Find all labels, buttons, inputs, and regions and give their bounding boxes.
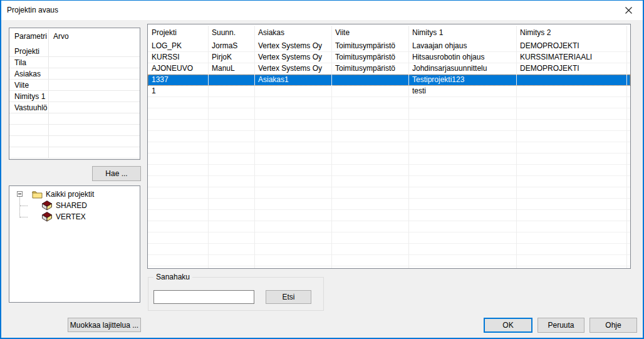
project-row-empty[interactable]: [148, 244, 630, 255]
column-header-parametri[interactable]: Parametri: [14, 28, 47, 44]
parameter-table-header: Parametri Arvo: [9, 28, 140, 46]
column-header-nimitys-2[interactable]: Nimitys 2: [516, 24, 626, 41]
project-row-empty[interactable]: [148, 165, 630, 176]
project-cell[interactable]: Asiakas1: [254, 75, 331, 86]
collapse-minus-icon[interactable]: [17, 191, 23, 197]
project-cell[interactable]: PirjoK: [208, 52, 254, 63]
project-row[interactable]: LOG_PKJormaSVertex Systems OyToimitusymp…: [148, 41, 630, 52]
close-button[interactable]: [615, 1, 643, 20]
parameter-row[interactable]: Viite: [9, 80, 140, 91]
project-cell[interactable]: [208, 75, 254, 86]
project-row-empty[interactable]: [148, 187, 630, 199]
project-open-dialog: Projektin avaus Parametri Arvo ProjektiT…: [0, 0, 644, 339]
project-cell[interactable]: Toimitusympäristö: [331, 52, 408, 63]
column-header-suunn-[interactable]: Suunn.: [208, 24, 254, 41]
project-cell[interactable]: 1337: [148, 75, 208, 86]
tree-connector: [20, 217, 28, 217]
column-header-viite[interactable]: Viite: [331, 24, 408, 41]
project-cell[interactable]: [254, 86, 331, 97]
parameter-row[interactable]: [9, 136, 140, 147]
tree-connector: [20, 206, 28, 206]
tree-item-label[interactable]: SHARED: [56, 200, 87, 211]
ohje-button[interactable]: Ohje: [589, 318, 637, 333]
muokkaa-lajittelua-button[interactable]: Muokkaa lajittelua ...: [68, 318, 141, 332]
project-row[interactable]: 1testi: [148, 86, 630, 97]
project-cell[interactable]: [516, 75, 626, 86]
parameter-row[interactable]: [9, 113, 140, 125]
parameter-row[interactable]: Tila: [9, 57, 140, 68]
tree-item-root[interactable]: Kaikki projektit: [9, 189, 140, 200]
titlebar: Projektin avaus: [1, 1, 643, 20]
parameter-row[interactable]: Vastuuhlö: [9, 102, 140, 113]
project-row-empty[interactable]: [148, 176, 630, 187]
parameter-row[interactable]: [9, 125, 140, 136]
project-cell[interactable]: testi: [408, 86, 516, 97]
tree-item[interactable]: SHARED: [42, 200, 140, 211]
parameter-row[interactable]: Projekti: [9, 46, 140, 57]
parameter-row[interactable]: Asiakas: [9, 68, 140, 80]
project-cell[interactable]: Lavaajan ohjaus: [408, 41, 516, 52]
project-cell[interactable]: KURSSI: [148, 52, 208, 63]
project-row-empty[interactable]: [148, 210, 630, 221]
project-row[interactable]: AJONEUVOManuLVertex Systems OyToimitusym…: [148, 63, 630, 75]
project-cube-icon: [42, 212, 52, 222]
project-list: ProjektiSuunn.AsiakasViiteNimitys 1Nimit…: [147, 24, 631, 269]
project-row-empty[interactable]: [148, 199, 630, 210]
project-cell[interactable]: KURSSIMATERIAALI: [516, 52, 626, 63]
project-cell[interactable]: [516, 86, 626, 97]
parameter-rows: ProjektiTilaAsiakasViiteNimitys 1Vastuuh…: [9, 46, 140, 159]
project-cell[interactable]: Johdinsarjasuunnittelu: [408, 63, 516, 75]
project-cell[interactable]: LOG_PK: [148, 41, 208, 52]
project-cell[interactable]: [331, 75, 408, 86]
parameter-table: Parametri Arvo ProjektiTilaAsiakasViiteN…: [9, 28, 140, 160]
tree-root-label[interactable]: Kaikki projektit: [46, 189, 94, 200]
sanahaku-group: Sanahaku Etsi: [148, 277, 324, 311]
column-header-projekti[interactable]: Projekti: [148, 24, 208, 41]
project-row-empty[interactable]: [148, 232, 630, 244]
ok-button[interactable]: OK: [484, 318, 532, 333]
parameter-row[interactable]: Nimitys 1: [9, 91, 140, 102]
project-row-empty[interactable]: [148, 255, 630, 266]
column-header-nimitys-1[interactable]: Nimitys 1: [408, 24, 516, 41]
project-row-empty[interactable]: [148, 154, 630, 165]
tree-item[interactable]: VERTEX: [42, 211, 140, 222]
tree-item-label[interactable]: VERTEX: [56, 211, 86, 222]
sanahaku-legend: Sanahaku: [153, 273, 192, 281]
project-cell[interactable]: 1: [148, 86, 208, 97]
close-icon: [625, 7, 632, 14]
project-cell[interactable]: Hitsausrobotin ohjaus: [408, 52, 516, 63]
project-cube-icon: [42, 201, 52, 211]
folder-icon: [32, 190, 43, 199]
project-cell[interactable]: [331, 86, 408, 97]
project-cell[interactable]: ManuL: [208, 63, 254, 75]
column-header-arvo[interactable]: Arvo: [53, 28, 69, 44]
project-cell[interactable]: AJONEUVO: [148, 63, 208, 75]
project-row-empty[interactable]: [148, 97, 630, 108]
project-cell[interactable]: Vertex Systems Oy: [254, 41, 331, 52]
sanahaku-input[interactable]: [153, 290, 254, 304]
project-cell[interactable]: DEMOPROJEKTI: [516, 63, 626, 75]
project-cell[interactable]: JormaS: [208, 41, 254, 52]
project-cell[interactable]: Toimitusympäristö: [331, 63, 408, 75]
project-row[interactable]: 1337Asiakas1Testiprojekti123: [148, 75, 630, 86]
project-cell[interactable]: Vertex Systems Oy: [254, 63, 331, 75]
project-row-empty[interactable]: [148, 221, 630, 232]
project-cell[interactable]: DEMOPROJEKTI: [516, 41, 626, 52]
etsi-button[interactable]: Etsi: [266, 290, 311, 304]
dialog-title: Projektin avaus: [7, 1, 58, 20]
hae-button[interactable]: Hae ...: [92, 166, 141, 181]
project-row-empty[interactable]: [148, 108, 630, 120]
project-tree: Kaikki projektit SHAREDVERTEX: [9, 185, 140, 303]
project-row[interactable]: KURSSIPirjoKVertex Systems OyToimitusymp…: [148, 52, 630, 63]
project-cell[interactable]: Vertex Systems Oy: [254, 52, 331, 63]
project-cell[interactable]: Toimitusympäristö: [331, 41, 408, 52]
parameter-row[interactable]: [9, 147, 140, 159]
peruuta-button[interactable]: Peruuta: [538, 318, 584, 333]
column-header-asiakas[interactable]: Asiakas: [254, 24, 331, 41]
project-row-empty[interactable]: [148, 131, 630, 142]
project-cell[interactable]: [208, 86, 254, 97]
project-row-empty[interactable]: [148, 142, 630, 154]
project-row-empty[interactable]: [148, 120, 630, 131]
project-cell[interactable]: Testiprojekti123: [408, 75, 516, 86]
